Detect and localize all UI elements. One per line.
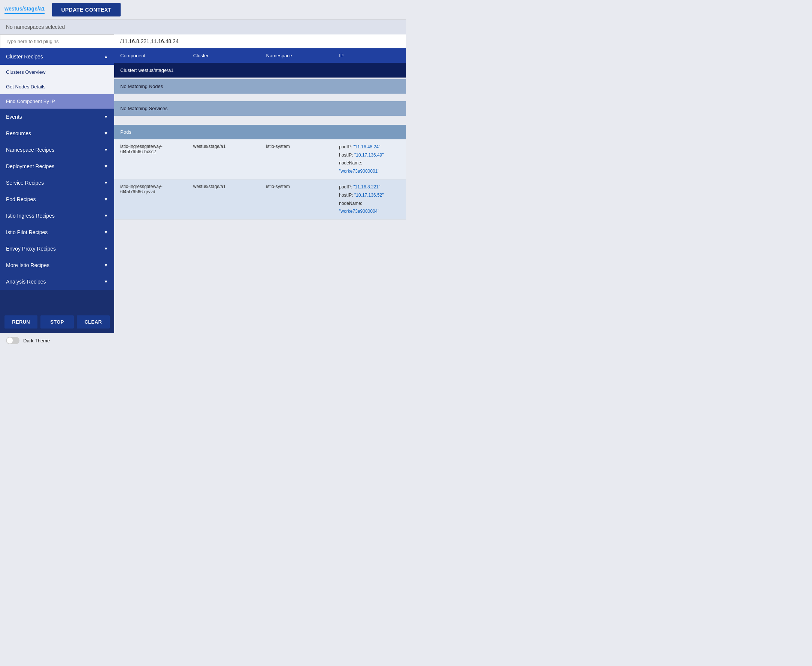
chevron-down-icon: ▼ (104, 164, 108, 169)
rerun-button[interactable]: RERUN (5, 315, 38, 328)
chevron-down-icon: ▼ (104, 279, 108, 284)
sidebar-group-pod-recipes[interactable]: Pod Recipes ▼ (0, 191, 114, 208)
chevron-up-icon: ▲ (104, 54, 108, 59)
sidebar-group-namespace-recipes[interactable]: Namespace Recipes ▼ (0, 142, 114, 158)
pod-cluster-cell: westus/stage/a1 (187, 139, 260, 179)
pod-component-cell: istio-ingressgateway-6f45f76566-bxsc2 (114, 139, 187, 179)
chevron-down-icon: ▼ (104, 197, 108, 202)
main-layout: Cluster Recipes ▲ Clusters Overview Get … (0, 35, 406, 333)
sidebar-group-analysis-recipes[interactable]: Analysis Recipes ▼ (0, 274, 114, 290)
col-namespace: Namespace (260, 48, 333, 63)
sidebar-group-istio-ingress[interactable]: Istio Ingress Recipes ▼ (0, 208, 114, 224)
chevron-down-icon: ▼ (104, 230, 108, 235)
stop-button[interactable]: STOP (40, 315, 73, 328)
chevron-down-icon: ▼ (104, 262, 108, 268)
sidebar-item-find-component-by-ip[interactable]: Find Component By IP (0, 94, 114, 109)
cluster-row: Cluster: westus/stage/a1 (114, 63, 406, 77)
pod-cluster-cell: westus/stage/a1 (187, 180, 260, 219)
dark-theme-toggle[interactable] (6, 337, 20, 344)
chevron-down-icon: ▼ (104, 246, 108, 251)
sidebar-item-get-nodes-details[interactable]: Get Nodes Details (0, 79, 114, 94)
update-context-button[interactable]: UPDATE CONTEXT (52, 3, 120, 16)
chevron-down-icon: ▼ (104, 114, 108, 119)
clear-button[interactable]: CLEAR (77, 315, 110, 328)
pod-namespace-cell: istio-system (260, 180, 333, 219)
sidebar-group-resources[interactable]: Resources ▼ (0, 125, 114, 142)
sidebar-group-istio-pilot[interactable]: Istio Pilot Recipes ▼ (0, 224, 114, 241)
table-header: Component Cluster Namespace IP (114, 48, 406, 63)
sidebar-group-envoy-proxy[interactable]: Envoy Proxy Recipes ▼ (0, 241, 114, 257)
sidebar-group-service-recipes[interactable]: Service Recipes ▼ (0, 175, 114, 191)
no-matching-nodes: No Matching Nodes (114, 79, 406, 94)
dark-theme-label: Dark Theme (23, 338, 50, 343)
chevron-down-icon: ▼ (104, 131, 108, 136)
sidebar-group-events[interactable]: Events ▼ (0, 109, 114, 125)
pod-ip-cell: podIP: "11.16.48.24" hostIP: "10.17.136.… (333, 139, 406, 179)
pod-component-cell: istio-ingressgateway-6f45f76566-qrvvd (114, 180, 187, 219)
ip-input-bar: /11.16.8.221,11.16.48.24 (114, 35, 406, 48)
sidebar: Cluster Recipes ▲ Clusters Overview Get … (0, 35, 114, 333)
cluster-recipes-header[interactable]: Cluster Recipes ▲ (0, 48, 114, 65)
pods-section-label: Pods (114, 125, 406, 139)
active-tab[interactable]: westus/stage/a1 (5, 6, 44, 14)
pod-namespace-cell: istio-system (260, 139, 333, 179)
header: westus/stage/a1 UPDATE CONTEXT (0, 0, 406, 20)
sidebar-group-deployment-recipes[interactable]: Deployment Recipes ▼ (0, 158, 114, 175)
content-area: /11.16.8.221,11.16.48.24 Component Clust… (114, 35, 406, 333)
ip-value: /11.16.8.221,11.16.48.24 (120, 38, 179, 44)
pod-ip-cell: podIP: "11.16.8.221" hostIP: "10.17.136.… (333, 180, 406, 219)
sidebar-item-clusters-overview[interactable]: Clusters Overview (0, 65, 114, 79)
dark-theme-row: Dark Theme (0, 333, 406, 348)
table-row: istio-ingressgateway-6f45f76566-bxsc2 we… (114, 139, 406, 180)
search-input[interactable] (0, 35, 114, 48)
chevron-down-icon: ▼ (104, 180, 108, 185)
col-component: Component (114, 48, 187, 63)
sidebar-group-more-istio[interactable]: More Istio Recipes ▼ (0, 257, 114, 274)
col-ip: IP (333, 48, 406, 63)
chevron-down-icon: ▼ (104, 147, 108, 152)
no-matching-services: No Matching Services (114, 101, 406, 116)
table-row: istio-ingressgateway-6f45f76566-qrvvd we… (114, 180, 406, 219)
col-cluster: Cluster (187, 48, 260, 63)
no-namespace-bar: No namespaces selected (0, 20, 406, 35)
sidebar-action-buttons: RERUN STOP CLEAR (0, 311, 114, 333)
chevron-down-icon: ▼ (104, 213, 108, 218)
